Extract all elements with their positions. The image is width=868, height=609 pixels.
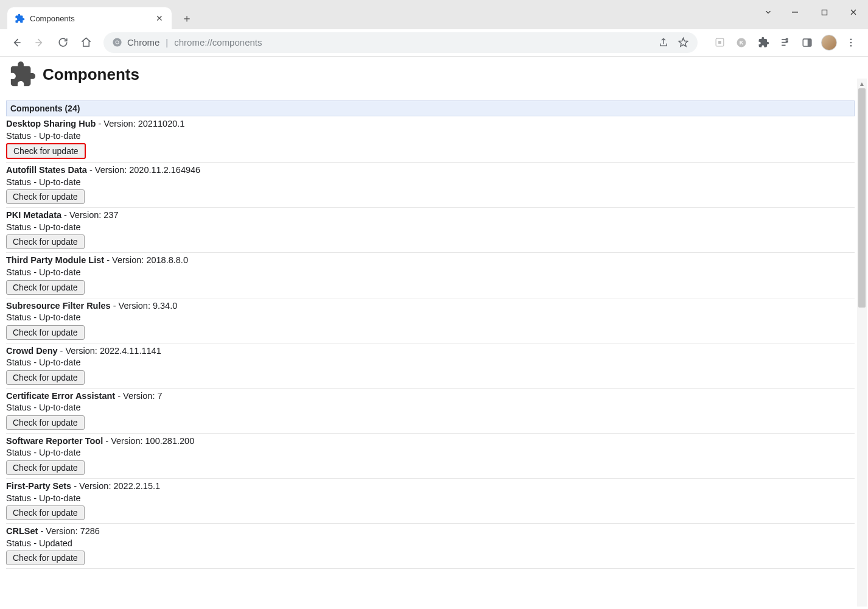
component-row: CRLSet - Version: 7286Status - UpdatedCh… [6, 524, 855, 569]
component-version: - Version: 20211020.1 [96, 119, 184, 128]
tab-search-chevron-icon[interactable] [756, 0, 780, 24]
window-close-button[interactable] [839, 0, 868, 24]
component-name: First-Party Sets [6, 481, 71, 491]
component-status: Status - Up-to-date [6, 402, 855, 414]
svg-point-13 [850, 44, 852, 46]
home-button[interactable] [75, 32, 96, 53]
star-icon[interactable] [677, 37, 689, 48]
toolbar-extension-area: K [709, 32, 862, 54]
side-panel-icon[interactable] [796, 32, 818, 54]
check-for-update-button[interactable]: Check for update [6, 551, 85, 565]
page-title: Components [43, 65, 139, 84]
component-name: Software Reporter Tool [6, 436, 103, 446]
forward-button[interactable] [29, 32, 50, 53]
window-maximize-button[interactable] [810, 0, 839, 24]
component-version: - Version: 100.281.200 [103, 436, 194, 446]
tab-title-text: Components [30, 14, 155, 23]
component-name: Desktop Sharing Hub [6, 119, 96, 128]
component-version: - Version: 9.34.0 [111, 301, 178, 311]
page-header: Components [6, 55, 142, 93]
share-icon[interactable] [658, 37, 669, 48]
component-version: - Version: 2018.8.8.0 [104, 255, 188, 265]
browser-tab-active[interactable]: Components ✕ [7, 7, 172, 29]
component-version: - Version: 7286 [38, 526, 100, 536]
component-row: Crowd Deny - Version: 2022.4.11.1141Stat… [6, 343, 855, 389]
scrollbar[interactable]: ▲ [857, 79, 867, 607]
component-title-line: Autofill States Data - Version: 2020.11.… [6, 164, 855, 177]
puzzle-icon [15, 13, 25, 24]
component-title-line: Certificate Error Assistant - Version: 7 [6, 390, 855, 403]
window-minimize-button[interactable] [780, 0, 810, 24]
svg-point-11 [850, 38, 852, 40]
check-for-update-button[interactable]: Check for update [6, 143, 86, 159]
component-title-line: CRLSet - Version: 7286 [6, 526, 855, 538]
puzzle-large-icon [9, 60, 37, 88]
component-row: Certificate Error Assistant - Version: 7… [6, 389, 855, 434]
svg-point-12 [850, 41, 852, 43]
component-row: PKI Metadata - Version: 237Status - Up-t… [6, 208, 855, 253]
component-status: Status - Up-to-date [6, 222, 855, 234]
component-status: Status - Up-to-date [6, 493, 855, 505]
component-row: First-Party Sets - Version: 2022.2.15.1S… [6, 479, 855, 524]
svg-rect-1 [822, 10, 827, 15]
component-name: Crowd Deny [6, 346, 58, 356]
avatar-image [821, 35, 837, 51]
components-list-header: Components (24) [6, 100, 855, 116]
reading-list-icon[interactable] [774, 32, 796, 54]
component-name: Third Party Module List [6, 255, 104, 265]
site-chip: Chrome [112, 37, 159, 48]
content-frame: Components Components (24) Desktop Shari… [0, 56, 868, 609]
scrollbar-thumb[interactable] [858, 88, 866, 308]
check-for-update-button[interactable]: Check for update [6, 280, 85, 295]
profile-avatar[interactable] [818, 32, 840, 54]
check-for-update-button[interactable]: Check for update [6, 325, 85, 340]
check-for-update-button[interactable]: Check for update [6, 189, 85, 204]
window-controls [756, 0, 868, 24]
svg-rect-10 [808, 39, 811, 46]
component-status: Status - Up-to-date [6, 312, 855, 324]
omnibox-url-text: chrome://components [174, 37, 262, 48]
component-version: - Version: 237 [61, 210, 119, 220]
check-for-update-button[interactable]: Check for update [6, 460, 85, 475]
component-version: - Version: 2022.4.11.1141 [58, 346, 161, 356]
reload-button[interactable] [52, 32, 73, 53]
component-status: Status - Updated [6, 538, 855, 550]
component-row: Autofill States Data - Version: 2020.11.… [6, 163, 855, 208]
browser-tab-strip: Components ✕ ＋ [0, 0, 868, 29]
component-name: Autofill States Data [6, 165, 87, 175]
chrome-small-icon [112, 37, 122, 48]
component-status: Status - Up-to-date [6, 267, 855, 279]
new-tab-button[interactable]: ＋ [178, 9, 196, 27]
component-title-line: Subresource Filter Rules - Version: 9.34… [6, 300, 855, 312]
component-version: - Version: 2022.2.15.1 [71, 481, 160, 491]
check-for-update-button[interactable]: Check for update [6, 370, 85, 385]
close-tab-icon[interactable]: ✕ [155, 13, 164, 23]
components-list: Desktop Sharing Hub - Version: 20211020.… [6, 116, 855, 569]
kebab-menu-icon[interactable] [840, 32, 862, 54]
component-name: CRLSet [6, 526, 38, 536]
check-for-update-button[interactable]: Check for update [6, 415, 85, 430]
component-status: Status - Up-to-date [6, 177, 855, 189]
component-title-line: Software Reporter Tool - Version: 100.28… [6, 435, 855, 448]
omnibox-divider: | [166, 37, 168, 48]
back-button[interactable] [6, 32, 27, 53]
check-for-update-button[interactable]: Check for update [6, 505, 85, 520]
component-name: Certificate Error Assistant [6, 391, 115, 401]
extension-k-icon[interactable]: K [730, 32, 752, 54]
extension-a-icon[interactable] [709, 32, 730, 54]
svg-rect-6 [718, 41, 721, 44]
component-name: PKI Metadata [6, 210, 61, 220]
component-version: - Version: 2020.11.2.164946 [87, 165, 200, 175]
component-title-line: PKI Metadata - Version: 237 [6, 209, 855, 222]
component-title-line: Crowd Deny - Version: 2022.4.11.1141 [6, 345, 855, 357]
scrollbar-up-icon[interactable]: ▲ [857, 79, 867, 88]
component-name: Subresource Filter Rules [6, 301, 111, 311]
component-row: Subresource Filter Rules - Version: 9.34… [6, 298, 855, 343]
address-bar[interactable]: Chrome | chrome://components [103, 32, 698, 53]
extensions-puzzle-icon[interactable] [752, 32, 774, 54]
check-for-update-button[interactable]: Check for update [6, 234, 85, 249]
component-status: Status - Up-to-date [6, 130, 855, 143]
component-row: Desktop Sharing Hub - Version: 20211020.… [6, 116, 855, 163]
component-title-line: Third Party Module List - Version: 2018.… [6, 255, 855, 267]
component-title-line: First-Party Sets - Version: 2022.2.15.1 [6, 481, 855, 493]
